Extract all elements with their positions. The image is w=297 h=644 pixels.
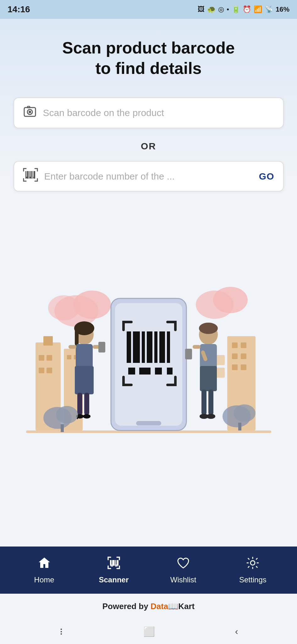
svg-rect-72	[208, 390, 213, 415]
svg-rect-28	[241, 364, 246, 370]
svg-point-33	[48, 295, 80, 320]
powered-by-suffix: Kart	[178, 602, 195, 611]
camera-icon	[23, 104, 37, 121]
svg-rect-46	[167, 331, 170, 363]
nav-item-home[interactable]: Home	[9, 556, 79, 584]
svg-point-74	[206, 414, 215, 419]
powered-by-brand: Data	[151, 602, 168, 611]
main-content: Scan product barcodeto find details Scan…	[0, 19, 297, 547]
svg-rect-48	[139, 368, 151, 375]
or-divider: OR	[141, 141, 156, 152]
android-recent-icon[interactable]: ⫶	[59, 626, 63, 637]
android-back-icon[interactable]: ‹	[235, 626, 238, 637]
svg-point-62	[83, 414, 91, 419]
barcode-number-placeholder: Enter barcode number of the ...	[44, 171, 259, 182]
scan-camera-placeholder: Scan barcode on the product	[43, 108, 274, 118]
svg-rect-67	[200, 366, 217, 391]
svg-rect-80	[238, 423, 241, 430]
nav-wishlist-label: Wishlist	[170, 575, 196, 584]
svg-rect-14	[43, 336, 53, 346]
svg-point-65	[199, 323, 218, 334]
svg-rect-85	[111, 564, 113, 567]
svg-rect-42	[142, 331, 145, 363]
svg-point-79	[234, 404, 256, 422]
nav-item-wishlist[interactable]: Wishlist	[149, 556, 218, 584]
svg-rect-25	[232, 353, 238, 359]
signal-icon: 📡	[265, 5, 273, 14]
svg-rect-50	[167, 368, 173, 375]
svg-rect-53	[75, 330, 79, 346]
svg-rect-11	[29, 177, 32, 178]
svg-rect-49	[155, 368, 162, 375]
battery-percent: 16%	[276, 5, 289, 14]
svg-rect-27	[232, 364, 238, 370]
svg-rect-26	[241, 353, 246, 359]
svg-rect-15	[39, 355, 44, 361]
svg-rect-86	[115, 564, 118, 567]
status-time: 14:16	[8, 4, 30, 14]
svg-rect-16	[47, 355, 52, 361]
svg-rect-8	[32, 171, 33, 179]
bottom-nav: Home Scanner Wishlist	[0, 547, 297, 594]
barcode-input-wrapper[interactable]: Enter barcode number of the ... GO	[14, 161, 284, 192]
status-icons: 🖼 🐢 ◎ • 🔋 ⏰ 📶 📡 16%	[198, 5, 289, 14]
android-nav: ⫶ ⬜ ‹	[0, 619, 297, 644]
svg-rect-55	[75, 366, 94, 394]
svg-rect-66	[200, 344, 217, 369]
wifi-icon: 📶	[254, 5, 262, 14]
nav-settings-label: Settings	[239, 575, 267, 584]
nfc-icon: ◎	[218, 5, 224, 14]
scanner-icon	[107, 556, 121, 573]
powered-by-prefix: Powered by	[102, 602, 151, 611]
dot-icon: •	[227, 5, 229, 14]
svg-point-35	[213, 287, 248, 313]
svg-rect-68	[193, 345, 201, 349]
svg-rect-41	[133, 331, 140, 363]
svg-rect-39	[136, 421, 161, 425]
svg-point-87	[250, 561, 255, 565]
svg-rect-58	[98, 342, 105, 353]
svg-rect-20	[67, 355, 71, 359]
go-button[interactable]: GO	[259, 171, 274, 182]
powered-by-logo-icon: 📖	[168, 602, 178, 611]
svg-rect-24	[241, 342, 246, 348]
svg-rect-18	[47, 368, 52, 373]
svg-point-3	[29, 111, 31, 113]
nav-item-settings[interactable]: Settings	[218, 556, 288, 584]
svg-rect-12	[33, 177, 35, 178]
svg-point-76	[56, 406, 78, 424]
svg-rect-43	[147, 331, 152, 363]
status-bar: 14:16 🖼 🐢 ◎ • 🔋 ⏰ 📶 📡 16%	[0, 0, 297, 19]
android-home-icon[interactable]: ⬜	[143, 626, 155, 637]
svg-rect-23	[232, 342, 238, 348]
svg-rect-71	[201, 390, 206, 415]
home-icon	[37, 556, 51, 573]
scan-camera-input[interactable]: Scan barcode on the product	[14, 97, 284, 128]
gear-icon	[246, 556, 260, 573]
svg-rect-17	[39, 368, 44, 373]
barcode-icon	[23, 168, 38, 185]
battery-icon: 🔋	[232, 5, 240, 14]
svg-rect-56	[69, 345, 76, 349]
svg-rect-59	[77, 393, 82, 415]
nav-home-label: Home	[34, 575, 54, 584]
heart-icon	[176, 556, 190, 573]
svg-rect-10	[26, 177, 28, 178]
svg-rect-54	[76, 344, 93, 369]
nav-item-scanner[interactable]: Scanner	[79, 556, 148, 584]
svg-rect-44	[154, 331, 157, 363]
svg-rect-40	[127, 331, 131, 363]
svg-rect-60	[84, 393, 89, 415]
gallery-icon: 🖼	[198, 5, 205, 14]
vpn-icon: 🐢	[207, 5, 216, 14]
barcode-illustration	[26, 273, 271, 468]
alarm-icon: ⏰	[243, 5, 251, 14]
svg-rect-70	[185, 349, 192, 359]
nav-scanner-label: Scanner	[99, 575, 129, 584]
svg-rect-47	[128, 368, 135, 375]
powered-by-bar: Powered by Data 📖 Kart	[0, 594, 297, 619]
svg-rect-45	[159, 331, 165, 363]
illustration-container	[13, 201, 284, 540]
svg-rect-77	[61, 424, 64, 432]
page-title: Scan product barcodeto find details	[62, 38, 235, 79]
